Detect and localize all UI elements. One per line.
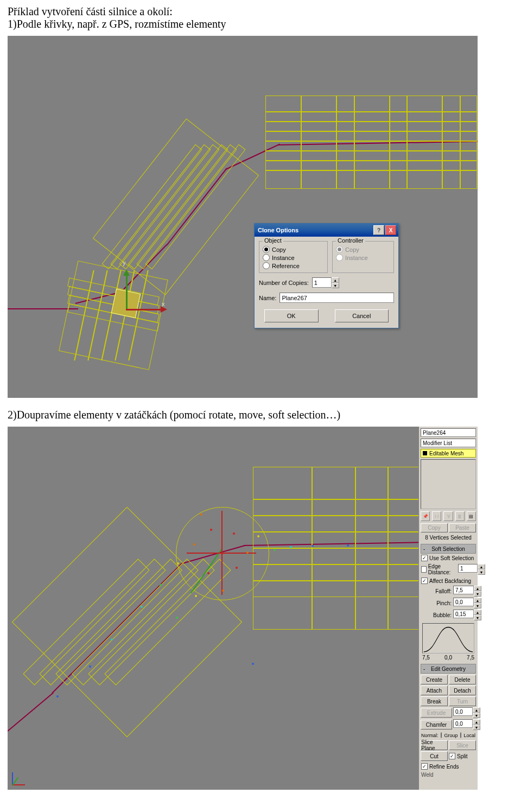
screenshot-2: Plane264 Modifier List Editable Mesh 📌 I… [8,427,478,790]
radio-ctrl-instance: Instance [336,254,390,261]
paste-button[interactable]: Paste [449,523,476,532]
affect-backfacing-check[interactable]: Affect Backfacing [419,576,478,585]
slice-button[interactable]: Slice [449,740,476,750]
dialog-title: Clone Options [258,227,298,233]
group-label-object: Object [263,237,283,244]
name-label: Name: [259,295,276,301]
clone-options-dialog: Clone Options ? X Object Copy Instance R… [254,223,399,328]
radio-normal-local[interactable] [460,732,462,738]
spinner-down[interactable]: ▼ [332,283,339,288]
weld-label: Weld [419,771,478,778]
split-check[interactable]: Split [457,753,467,759]
modifier-stack[interactable] [421,459,476,509]
edit-geometry-rollout[interactable]: -Edit Geometry [421,664,476,674]
create-button[interactable]: Create [421,675,448,684]
curve-center: 0,0 [444,655,452,661]
group-label-controller: Controller [336,237,365,244]
help-button[interactable]: ? [373,225,384,235]
viewport-axis-tripod [12,769,28,785]
detach-button[interactable]: Detach [449,686,476,695]
cancel-button[interactable]: Cancel [335,309,389,322]
chamfer-button[interactable]: Chamfer [421,720,452,729]
radio-reference[interactable]: Reference [263,262,324,269]
viewport-canvas-2[interactable] [8,427,419,790]
extrude-input[interactable]: 0,0 [453,707,473,716]
object-group: Object Copy Instance Reference [259,241,328,273]
remove-modifier-icon[interactable]: 🗑 [455,511,465,521]
command-panel: Plane264 Modifier List Editable Mesh 📌 I… [418,427,478,790]
normal-mode-row: Normal: Group Local [419,731,478,739]
move-gizmo[interactable]: y x [116,267,160,310]
controller-group: Controller Copy Instance [332,241,394,273]
radio-instance[interactable]: Instance [263,254,324,261]
numcopies-input[interactable]: 1 [312,277,332,288]
edge-distance-input[interactable]: 1 [458,564,478,573]
ok-button[interactable]: OK [264,309,319,322]
curve-left: 7,5 [422,655,430,661]
copy-button[interactable]: Copy [421,523,448,532]
soft-selection-rollout[interactable]: -Soft Selection [421,544,476,554]
radio-copy[interactable]: Copy [263,246,324,253]
use-soft-selection-check[interactable]: Use Soft Selection [419,554,478,562]
modifier-list-dropdown[interactable]: Modifier List [421,439,476,447]
falloff-label: Falloff: [421,588,452,594]
break-button[interactable]: Break [421,696,448,706]
screenshot-1: y x Clone Options ? X Object Copy Instan… [8,36,478,398]
slice-plane-button[interactable]: Slice Plane [421,740,448,750]
falloff-curve [422,623,474,654]
chamfer-input[interactable]: 0,0 [453,719,473,728]
configure-sets-icon[interactable]: ▤ [467,511,476,521]
extrude-button[interactable]: Extrude [421,708,452,718]
selection-info: 8 Vertices Selected [419,534,478,542]
bubble-input[interactable]: 0,15 [453,610,474,618]
close-button[interactable]: X [385,225,396,235]
doc-line-3: 2)Doupravíme elementy v zatáčkách (pomoc… [8,409,513,421]
refine-ends-check[interactable]: Refine Ends [419,762,478,771]
cut-button[interactable]: Cut [421,751,448,761]
numcopies-label: Number of Copies: [259,280,309,286]
doc-line-2: 1)Podle křivky, např. z GPS, rozmístíme … [8,18,513,30]
bubble-label: Bubble: [421,612,452,618]
pinch-input[interactable]: 0,0 [453,598,474,606]
modifier-stack-item[interactable]: Editable Mesh [421,449,476,458]
curve-right: 7,5 [467,655,474,661]
viewport-canvas[interactable]: y x [8,36,478,398]
radio-ctrl-copy: Copy [336,246,390,253]
dialog-titlebar: Clone Options ? X [255,224,398,237]
spinner-up[interactable]: ▲ [332,277,339,283]
attach-button[interactable]: Attach [421,686,448,695]
turn-button[interactable]: Turn [449,696,476,706]
object-name-field[interactable]: Plane264 [421,428,476,437]
pin-stack-icon[interactable]: 📌 [421,511,430,521]
delete-button[interactable]: Delete [449,675,476,684]
name-input[interactable]: Plane267 [279,293,394,303]
doc-line-1: Příklad vytvoření části silnice a okolí: [8,5,513,18]
edge-distance-check[interactable]: Edge Distance: 1▲▼ [419,562,478,576]
falloff-input[interactable]: 7,5 [453,586,474,594]
make-unique-icon[interactable]: ∀ [443,511,453,521]
show-end-result-icon[interactable]: I I [432,511,441,521]
pinch-label: Pinch: [421,600,452,606]
radio-normal-group[interactable] [441,732,442,738]
